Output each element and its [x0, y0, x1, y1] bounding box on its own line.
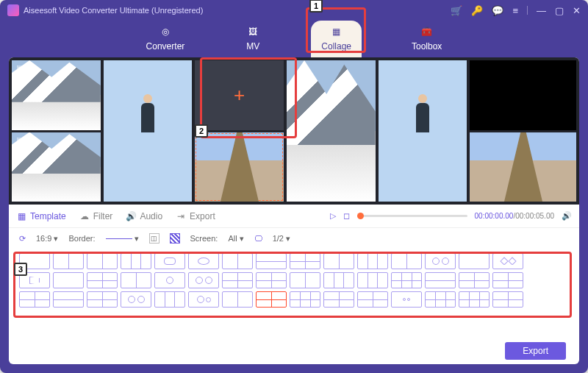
border-color-picker[interactable]: ◫	[149, 233, 159, 244]
tab-label: MV	[246, 41, 259, 51]
ratio-icon: ⟳	[19, 234, 26, 244]
converter-icon: ◎	[157, 25, 173, 38]
ratio-dropdown[interactable]: 16:9 ▾	[36, 234, 58, 244]
template-item[interactable]	[121, 253, 151, 269]
template-item[interactable]	[323, 253, 354, 269]
subtab-audio[interactable]: 🔊 Audio	[126, 211, 162, 221]
template-item[interactable]	[154, 253, 185, 269]
template-item[interactable]	[154, 291, 185, 308]
template-item[interactable]	[87, 253, 118, 269]
tab-toolbox[interactable]: 🧰 Toolbox	[401, 21, 452, 57]
preview-slot[interactable]: ▣	[12, 60, 101, 130]
tab-label: Collage	[321, 41, 351, 51]
template-item[interactable]	[87, 291, 118, 308]
template-item[interactable]	[425, 253, 456, 269]
subtab-template[interactable]: ▦ Template	[16, 211, 66, 221]
template-item[interactable]	[425, 272, 456, 288]
media-icon: ▣	[16, 135, 24, 145]
subtab-label: Audio	[140, 211, 162, 221]
preview-col-1: ▣ ▣	[12, 60, 101, 202]
template-item[interactable]	[188, 272, 219, 288]
template-item[interactable]	[19, 253, 50, 269]
template-item[interactable]	[391, 291, 422, 308]
preview-slot[interactable]	[287, 60, 376, 202]
key-icon[interactable]: 🔑	[471, 5, 483, 16]
template-item[interactable]	[459, 272, 490, 288]
template-item[interactable]	[492, 272, 523, 288]
screen-label: Screen:	[190, 234, 218, 243]
template-icon: ▦	[16, 211, 26, 221]
template-item[interactable]	[290, 291, 320, 308]
template-item[interactable]	[357, 291, 388, 308]
tab-converter[interactable]: ◎ Converter	[136, 21, 196, 57]
tab-mv[interactable]: 🖼 MV	[234, 21, 271, 57]
template-item[interactable]	[459, 291, 490, 308]
template-item[interactable]	[391, 272, 422, 288]
template-item[interactable]	[492, 291, 523, 308]
template-item[interactable]	[290, 272, 320, 288]
mv-icon: 🖼	[245, 25, 261, 38]
template-item[interactable]	[188, 253, 219, 269]
tab-collage[interactable]: ▦ Collage	[311, 21, 362, 57]
template-item[interactable]	[222, 272, 253, 288]
minimize-icon[interactable]: —	[537, 5, 546, 16]
template-item[interactable]	[121, 291, 151, 308]
volume-icon[interactable]: 🔊	[562, 211, 572, 221]
preview-slot[interactable]	[470, 60, 576, 130]
template-item[interactable]	[492, 253, 523, 269]
separator	[527, 6, 528, 15]
monitor-icon: 🖵	[254, 234, 262, 243]
menu-icon[interactable]: ≡	[512, 5, 518, 16]
template-item[interactable]	[19, 291, 50, 308]
page-dropdown[interactable]: 1/2 ▾	[273, 234, 290, 244]
preview-slot[interactable]	[470, 132, 576, 202]
playback-controls: ▷ ◻ 00:00:00.00/00:00:05.00 🔊	[330, 211, 572, 221]
template-item[interactable]	[323, 291, 354, 308]
screen-dropdown[interactable]: All ▾	[228, 234, 243, 244]
preview-slot[interactable]	[379, 60, 467, 202]
template-options: ⟳ 16:9 ▾ Border: ▾ ◫ Screen: All ▾ 🖵 1/2…	[9, 228, 579, 249]
template-item[interactable]	[87, 272, 118, 288]
export-button[interactable]: Export	[505, 342, 566, 360]
subtab-filter[interactable]: ☁ Filter	[79, 211, 113, 221]
template-item-selected[interactable]	[256, 291, 287, 308]
template-item[interactable]	[53, 272, 84, 288]
template-item[interactable]	[53, 291, 84, 308]
preview-slot[interactable]	[195, 132, 284, 202]
collage-preview: ▣ ▣ +	[9, 57, 579, 205]
template-item[interactable]	[19, 272, 50, 288]
template-grid	[9, 249, 579, 364]
close-icon[interactable]: ✕	[573, 5, 581, 16]
feedback-icon[interactable]: 💬	[492, 5, 503, 16]
titlebar: Aiseesoft Video Converter Ultimate (Unre…	[0, 0, 588, 21]
template-item[interactable]	[222, 291, 253, 308]
template-item[interactable]	[391, 253, 422, 269]
template-item[interactable]	[290, 253, 320, 269]
preview-slot[interactable]	[104, 60, 193, 202]
cart-icon[interactable]: 🛒	[451, 5, 462, 16]
maximize-icon[interactable]: ▢	[555, 5, 564, 16]
audio-icon: 🔊	[126, 211, 136, 221]
template-item[interactable]	[188, 291, 219, 308]
border-style-dropdown[interactable]: ▾	[106, 234, 139, 244]
template-item[interactable]	[222, 253, 253, 269]
playhead[interactable]	[357, 213, 364, 219]
preview-slot-empty[interactable]: +	[195, 60, 284, 130]
template-item[interactable]	[357, 272, 388, 288]
play-icon[interactable]: ▷	[330, 211, 336, 221]
template-item[interactable]	[121, 272, 151, 288]
screen-value: All	[228, 234, 237, 243]
border-pattern[interactable]	[170, 233, 180, 244]
template-item[interactable]	[53, 253, 84, 269]
template-item[interactable]	[154, 272, 185, 288]
subtab-export[interactable]: ⇥ Export	[176, 211, 215, 221]
template-item[interactable]	[357, 253, 388, 269]
template-item[interactable]	[256, 253, 287, 269]
template-item[interactable]	[323, 272, 354, 288]
playback-track[interactable]	[357, 215, 467, 217]
template-item[interactable]	[459, 253, 490, 269]
stop-icon[interactable]: ◻	[343, 211, 350, 221]
preview-slot[interactable]: ▣	[12, 132, 101, 202]
template-item[interactable]	[256, 272, 287, 288]
template-item[interactable]	[425, 291, 456, 308]
